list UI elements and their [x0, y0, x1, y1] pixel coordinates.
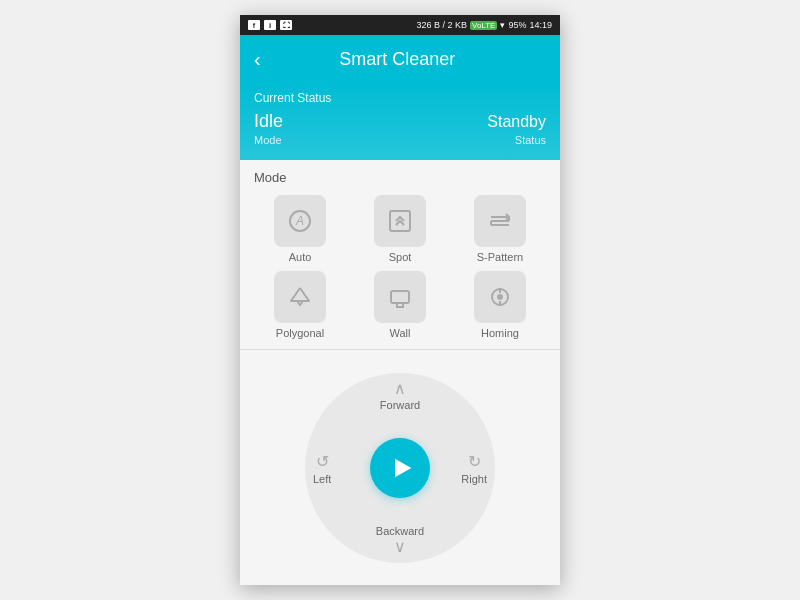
mode-label-spot: Spot — [389, 251, 412, 263]
mode-label: Mode — [254, 134, 282, 146]
status-value-row: Idle Standby — [254, 111, 546, 132]
play-icon — [388, 454, 416, 482]
mode-label-polygonal: Polygonal — [276, 327, 324, 339]
polygonal-icon — [286, 283, 314, 311]
mode-item-wall: Wall — [354, 271, 446, 339]
forward-label: Forward — [380, 399, 420, 411]
rotate-right-icon: ↻ — [468, 451, 481, 470]
mode-label-wall: Wall — [390, 327, 411, 339]
mode-item-polygonal: Polygonal — [254, 271, 346, 339]
mode-item-auto: A Auto — [254, 195, 346, 263]
play-button[interactable] — [370, 438, 430, 498]
spot-icon — [386, 207, 414, 235]
forward-button[interactable]: ∧ Forward — [380, 381, 420, 411]
right-label: Right — [461, 472, 487, 484]
current-status-label: Current Status — [254, 91, 546, 105]
svg-point-8 — [497, 294, 503, 300]
forward-arrow-icon: ∧ — [394, 381, 406, 397]
right-button[interactable]: ↻ Right — [461, 451, 487, 484]
phone-frame: f i ⛶ 326 B / 2 KB VoLTE ▾ 95% 14:19 ‹ S… — [240, 15, 560, 585]
dpad-container: ∧ Forward Backward ∨ ↺ Left ↻ Right — [305, 373, 495, 563]
auto-icon: A — [286, 207, 314, 235]
svg-text:A: A — [295, 214, 304, 228]
facebook-icon: f — [248, 20, 260, 30]
volte-badge: VoLTE — [470, 21, 497, 30]
wall-icon — [386, 283, 414, 311]
time-display: 14:19 — [529, 20, 552, 30]
status-sub-row: Mode Status — [254, 134, 546, 146]
status-value: Standby — [487, 113, 546, 131]
spattern-icon — [486, 207, 514, 235]
backward-button[interactable]: Backward ∨ — [376, 525, 424, 555]
battery-icon: 95% — [508, 20, 526, 30]
mode-value: Idle — [254, 111, 283, 132]
mode-label-homing: Homing — [481, 327, 519, 339]
homing-icon — [486, 283, 514, 311]
image-icon: ⛶ — [280, 20, 292, 30]
wifi-icon: ▾ — [500, 20, 505, 30]
mode-button-polygonal[interactable] — [274, 271, 326, 323]
control-section: ∧ Forward Backward ∨ ↺ Left ↻ Right — [240, 350, 560, 585]
backward-arrow-icon: ∨ — [394, 539, 406, 555]
status-bar: f i ⛶ 326 B / 2 KB VoLTE ▾ 95% 14:19 — [240, 15, 560, 35]
data-usage: 326 B / 2 KB — [416, 20, 467, 30]
left-label: Left — [313, 472, 331, 484]
mode-item-homing: Homing — [454, 271, 546, 339]
mode-button-spattern[interactable] — [474, 195, 526, 247]
app-header: ‹ Smart Cleaner — [240, 35, 560, 83]
mode-label-auto: Auto — [289, 251, 312, 263]
mode-section-title: Mode — [254, 170, 546, 185]
mode-item-spattern: S-Pattern — [454, 195, 546, 263]
mode-item-spot: Spot — [354, 195, 446, 263]
status-bar-left: f i ⛶ — [248, 20, 292, 30]
svg-rect-3 — [391, 291, 409, 303]
left-button[interactable]: ↺ Left — [313, 451, 331, 484]
backward-label: Backward — [376, 525, 424, 537]
mode-label-spattern: S-Pattern — [477, 251, 523, 263]
mode-grid: A Auto Spot — [254, 195, 546, 339]
mode-section: Mode A Auto — [240, 160, 560, 349]
status-bar-right: 326 B / 2 KB VoLTE ▾ 95% 14:19 — [416, 20, 552, 30]
current-status-section: Current Status Idle Standby Mode Status — [240, 83, 560, 160]
back-button[interactable]: ‹ — [254, 49, 261, 69]
svg-marker-9 — [395, 458, 411, 477]
rotate-left-icon: ↺ — [316, 451, 329, 470]
status-label: Status — [515, 134, 546, 146]
page-title: Smart Cleaner — [273, 49, 522, 70]
mode-button-spot[interactable] — [374, 195, 426, 247]
mode-button-homing[interactable] — [474, 271, 526, 323]
mode-button-auto[interactable]: A — [274, 195, 326, 247]
info-icon: i — [264, 20, 276, 30]
mode-button-wall[interactable] — [374, 271, 426, 323]
